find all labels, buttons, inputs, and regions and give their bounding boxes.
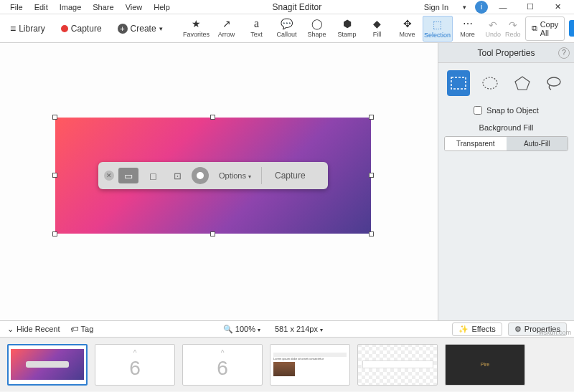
- resize-handle[interactable]: [210, 115, 215, 120]
- plus-icon: +: [118, 24, 128, 34]
- star-icon: ★: [192, 18, 201, 29]
- close-icon: ✕: [104, 171, 114, 181]
- window-mode-icon: ◻: [143, 168, 163, 183]
- chevron-down-icon: ▾: [457, 2, 472, 12]
- canvas-area[interactable]: ✕ ▭ ◻ ⊡ Options ▾ Capture: [0, 43, 438, 320]
- share-button[interactable]: ⬆ Share: [569, 20, 574, 37]
- capture-label: Capture: [71, 24, 102, 34]
- tool-callout[interactable]: 💬Callout: [272, 16, 302, 42]
- recent-tray: ^6 ^6 Lorem ipsum dolor sit amet consect…: [0, 338, 574, 391]
- redo-button[interactable]: ↷Redo: [505, 19, 521, 38]
- panel-title: Tool Properties: [477, 48, 535, 58]
- chevron-down-icon: ⌄: [7, 325, 14, 334]
- svg-point-3: [547, 77, 560, 86]
- fullscreen-mode-icon: ▭: [118, 168, 138, 183]
- tray-thumb[interactable]: [7, 344, 88, 386]
- account-avatar[interactable]: i: [475, 1, 488, 14]
- close-button[interactable]: ✕: [545, 1, 570, 14]
- redo-icon: ↷: [509, 19, 517, 31]
- menu-share[interactable]: Share: [87, 1, 119, 13]
- tool-fill[interactable]: ◆Fill: [362, 16, 392, 42]
- selection-polygon-shape[interactable]: [511, 70, 534, 96]
- effects-button[interactable]: ✨ Effects: [452, 322, 502, 336]
- tool-properties-panel: Tool Properties ? Snap to Object Backgro…: [438, 43, 574, 320]
- resize-handle[interactable]: [369, 173, 374, 178]
- menu-help[interactable]: Help: [148, 1, 176, 13]
- svg-marker-2: [515, 77, 530, 90]
- tool-stamp[interactable]: ⬢Stamp: [332, 16, 362, 42]
- tool-selection[interactable]: ⬚Selection: [423, 16, 453, 42]
- text-icon: a: [254, 18, 259, 29]
- fill-icon: ◆: [373, 18, 381, 29]
- hamburger-icon: ≡: [10, 23, 16, 34]
- gear-icon: ⚙: [514, 325, 522, 334]
- search-icon: 🔍: [223, 325, 233, 333]
- selection-lasso-shape[interactable]: [542, 70, 565, 96]
- copy-all-button[interactable]: ⧉ Copy All: [525, 16, 565, 41]
- tray-thumb[interactable]: Pire: [445, 344, 525, 386]
- options-label: Options ▾: [213, 171, 257, 180]
- capture-button[interactable]: Capture: [57, 21, 106, 37]
- tool-text[interactable]: aText: [242, 16, 272, 42]
- svg-point-1: [483, 77, 497, 89]
- undo-button[interactable]: ↶Undo: [486, 19, 502, 38]
- copy-icon: ⧉: [532, 24, 537, 33]
- tray-thumb[interactable]: Lorem ipsum dolor sit amet consectetur: [270, 344, 350, 386]
- tool-favorites[interactable]: ★Favorites: [182, 16, 212, 42]
- resize-handle[interactable]: [369, 231, 374, 236]
- move-icon: ✥: [403, 18, 412, 29]
- snap-label: Snap to Object: [486, 106, 539, 115]
- canvas-selection[interactable]: ✕ ▭ ◻ ⊡ Options ▾ Capture: [55, 118, 371, 234]
- selection-ellipse-shape[interactable]: [479, 70, 502, 96]
- resize-handle[interactable]: [52, 115, 57, 120]
- tool-move[interactable]: ✥Move: [392, 16, 423, 42]
- resize-handle[interactable]: [369, 115, 374, 120]
- maximize-button[interactable]: ☐: [518, 1, 542, 14]
- callout-icon: 💬: [281, 18, 293, 29]
- library-button[interactable]: ≡ Library: [6, 20, 50, 37]
- snap-checkbox[interactable]: [474, 106, 482, 115]
- minimize-button[interactable]: —: [491, 1, 515, 14]
- bg-transparent-option[interactable]: Transparent: [445, 137, 507, 150]
- selection-rect-shape[interactable]: [447, 70, 470, 96]
- region-mode-icon: ⊡: [167, 168, 187, 183]
- library-label: Library: [19, 24, 45, 34]
- tool-shape[interactable]: ◯Shape: [302, 16, 332, 42]
- resize-handle[interactable]: [52, 173, 57, 178]
- menu-view[interactable]: View: [120, 1, 149, 13]
- resize-handle[interactable]: [52, 231, 57, 236]
- create-button[interactable]: + Create ▾: [113, 21, 167, 37]
- watermark: wsxdn.com: [539, 329, 571, 336]
- tool-strip: ★Favorites ↗Arrow aText 💬Callout ◯Shape …: [182, 16, 483, 42]
- tag-icon: 🏷: [70, 325, 78, 333]
- tray-thumb[interactable]: [357, 344, 438, 386]
- menu-image[interactable]: Image: [54, 1, 88, 13]
- window-title: Snagit Editor: [176, 2, 418, 12]
- tray-thumb[interactable]: ^6: [95, 344, 175, 386]
- bgfill-label: Background Fill: [438, 120, 574, 135]
- stamp-icon: ⬢: [343, 18, 352, 29]
- menu-file[interactable]: File: [4, 1, 29, 13]
- tag-button[interactable]: 🏷 Tag: [70, 325, 94, 333]
- undo-icon: ↶: [489, 19, 497, 31]
- arrow-icon: ↗: [222, 18, 231, 29]
- capture-action-label: Capture: [266, 168, 314, 183]
- tool-arrow[interactable]: ↗Arrow: [212, 16, 242, 42]
- tray-thumb[interactable]: ^6: [182, 344, 263, 386]
- bg-autofill-option[interactable]: Auto-Fill: [507, 137, 568, 150]
- selection-icon: ⬚: [433, 19, 442, 30]
- sign-in-link[interactable]: Sign In: [418, 1, 454, 13]
- wand-icon: ✨: [458, 325, 469, 334]
- create-label: Create: [131, 24, 156, 34]
- chevron-down-icon: ▾: [159, 25, 163, 32]
- zoom-control[interactable]: 🔍 100% ▾: [223, 325, 260, 334]
- menu-edit[interactable]: Edit: [29, 1, 54, 13]
- shape-icon: ◯: [311, 18, 323, 29]
- tool-more[interactable]: ⋯More: [453, 16, 483, 42]
- dimensions-control[interactable]: 581 x 214px ▾: [275, 325, 323, 333]
- resize-handle[interactable]: [210, 231, 215, 236]
- record-button-icon: [192, 167, 209, 184]
- hide-recent-button[interactable]: ⌄ Hide Recent: [7, 325, 60, 334]
- help-icon[interactable]: ?: [558, 47, 570, 59]
- svg-rect-0: [451, 77, 466, 89]
